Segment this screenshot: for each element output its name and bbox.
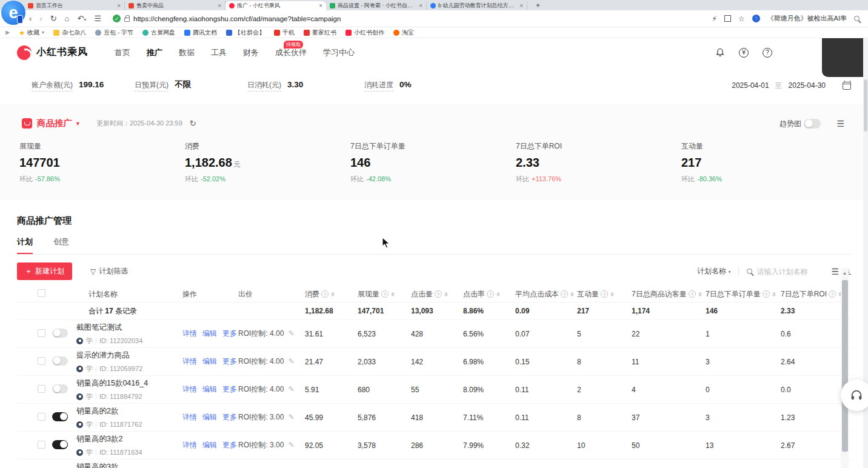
info-icon[interactable] [487,290,494,298]
url-text[interactable]: https://chengfeng.xiaohongshu.com/cf/ad/… [133,15,341,22]
sort-icon[interactable] [331,292,335,296]
sort-icon[interactable] [570,292,574,296]
sort-icon[interactable] [496,292,500,296]
forward-button[interactable]: › [39,14,42,23]
plan-name[interactable]: 销量高的3款 [76,462,182,468]
browser-tab-1[interactable]: 首页工作台 × [24,1,125,10]
nav-finance[interactable]: 财务 [243,47,259,58]
plan-name[interactable]: 销量高的2款 [76,406,182,416]
new-tab-button[interactable]: + [532,1,544,10]
new-plan-button[interactable]: ＋新建计划 [17,262,72,280]
nav-learning[interactable]: 学习中心 [323,47,355,58]
col-avg-cpc[interactable]: 平均点击成本 [515,289,577,299]
tab-close-icon[interactable]: × [419,2,422,9]
more-link[interactable]: 更多 [222,384,237,395]
security-shield-icon[interactable]: ✓ [113,15,121,22]
row-checkbox[interactable] [38,357,45,365]
lightning-icon[interactable]: ⚡ [712,15,716,23]
bookmark-list-button[interactable]: ☰ [94,14,101,23]
bookmark-item[interactable]: 千机 [274,28,295,37]
select-all-checkbox[interactable] [38,289,45,297]
plan-filter-button[interactable]: ▽计划筛选 [90,266,128,276]
scroll-up-arrow-icon[interactable]: ▲ [841,269,849,278]
bookmark-item[interactable]: 豆包 - 字节 [95,28,133,37]
edit-link[interactable]: 编辑 [202,384,217,395]
xiaohongshu-logo-icon[interactable] [17,45,32,60]
edit-pencil-icon[interactable]: ✎ [289,441,295,449]
sort-icon[interactable] [610,292,614,296]
col-impressions[interactable]: 展现量 [358,289,411,299]
info-icon[interactable] [829,290,836,298]
sort-icon[interactable] [772,292,776,296]
nav-tools[interactable]: 工具 [211,47,227,58]
browser-tab-2[interactable]: 售卖中商品 × [125,1,225,10]
edit-pencil-icon[interactable]: ✎ [289,329,295,338]
table-scrollbar[interactable]: ▲ [841,268,849,468]
detail-link[interactable]: 详情 [182,440,197,450]
more-link[interactable]: 更多 [222,356,237,367]
date-start[interactable]: 2025-04-01 [732,81,769,90]
bookmark-item[interactable]: 小红书创作 [346,28,384,37]
row-toggle[interactable] [52,440,68,449]
finance-yen-icon[interactable]: ¥ [739,48,749,58]
nav-promotion[interactable]: 推广 [147,47,162,58]
trend-switch[interactable]: 趋势图 [780,118,821,129]
detail-link[interactable]: 详情 [182,384,197,395]
row-toggle[interactable] [52,329,68,338]
edit-pencil-icon[interactable]: ✎ [289,385,295,393]
edit-link[interactable]: 编辑 [202,329,217,339]
nav-home[interactable]: 首页 [115,47,130,58]
browser-tab-3-active[interactable]: 推广 - 小红书乘风 × [225,1,326,10]
col-7d-visitors[interactable]: 7日总商品访客量 [632,289,706,299]
search-icon[interactable] [854,16,860,21]
bookmarks-collapse-icon[interactable]: |▶ [5,30,10,35]
chevron-down-icon[interactable]: ▼ [75,121,81,127]
plan-search[interactable] [747,267,823,276]
browser-logo-icon[interactable]: e [1,1,25,25]
back-button[interactable]: ‹ [29,14,32,23]
row-checkbox[interactable] [38,385,45,393]
search-category-dropdown[interactable]: 计划名称 ▾ [697,266,730,276]
promo-type-selector[interactable]: 商品推广 [37,118,72,129]
col-cost[interactable]: 消费 [305,289,358,299]
edit-pencil-icon[interactable]: ✎ [289,357,295,366]
plan-name[interactable]: 销量高的15款0416_4 [76,378,182,389]
row-toggle[interactable] [52,356,68,366]
date-end[interactable]: 2025-04-30 [789,81,826,90]
plan-name[interactable]: 销量高的3款2 [76,434,182,444]
bookmark-item[interactable]: 古展网盘 [142,28,175,37]
metrics-config-icon[interactable]: ☰ [836,119,844,129]
col-clicks[interactable]: 点击量 [411,289,463,299]
tab-plan[interactable]: 计划 [17,236,33,254]
sort-icon[interactable] [444,292,448,296]
info-icon[interactable] [601,290,608,298]
plan-name[interactable]: 截图笔记测试 [76,323,182,333]
bookmark-item[interactable]: 杂七杂八 [53,28,86,37]
detail-link[interactable]: 详情 [182,356,197,367]
home-button[interactable]: ⌂ [65,14,70,23]
edit-link[interactable]: 编辑 [202,412,217,423]
tab-close-icon[interactable]: × [319,2,322,9]
history-dropdown-button[interactable]: ↶▾ [77,14,86,23]
edit-pencil-icon[interactable]: ✎ [289,413,295,421]
browser-tab-5[interactable]: b 幼儿园劳动教育计划总结方案… × [427,1,527,10]
bookmark-item[interactable]: 【社群会】 [226,28,265,37]
info-icon[interactable] [561,290,568,298]
refresh-button[interactable]: ↻ [50,14,57,23]
url-box[interactable]: ✓ https://chengfeng.xiaohongshu.com/cf/a… [113,15,712,22]
col-engagement[interactable]: 互动量 [577,289,632,299]
screenshot-icon[interactable] [724,15,731,22]
favorite-star-icon[interactable]: ☆ [738,15,745,23]
customer-service-button[interactable] [841,379,868,411]
bookmark-item[interactable]: 腾讯文档 [184,28,217,37]
app-logo-text[interactable]: 小红书乘风 [36,46,88,59]
trend-toggle[interactable] [804,119,821,129]
more-link[interactable]: 更多 [222,329,237,339]
info-icon[interactable] [435,290,442,298]
row-toggle[interactable] [52,412,68,421]
plan-name[interactable]: 提示的潜力商品 [76,350,182,361]
row-toggle[interactable] [52,384,68,393]
info-icon[interactable] [321,290,329,298]
info-icon[interactable] [689,290,696,298]
nav-data[interactable]: 数据 [179,47,195,58]
